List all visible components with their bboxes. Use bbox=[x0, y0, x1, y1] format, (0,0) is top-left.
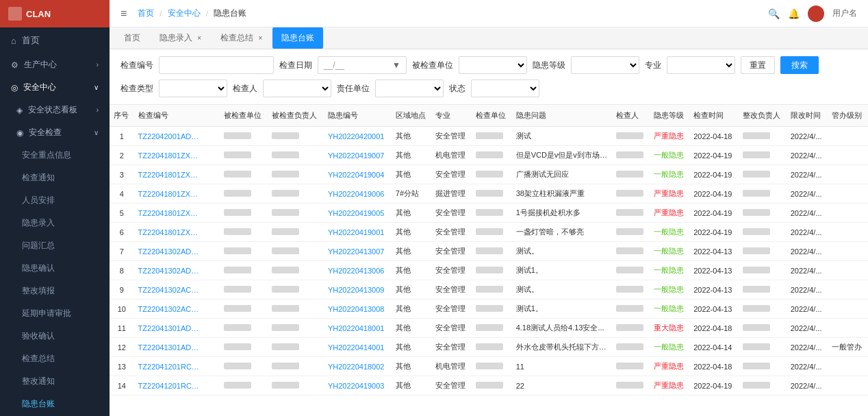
filter-row-2: 检查类型 检查人 责任单位 状态 bbox=[120, 79, 857, 97]
col-check-no: 检查编号 bbox=[134, 105, 220, 127]
cell-level: 严重隐患 bbox=[650, 127, 690, 146]
cell-hidden-no[interactable]: YH20220413007 bbox=[324, 242, 392, 261]
sidebar-item-check-summary[interactable]: 检查总结 bbox=[0, 347, 110, 370]
cell-check-no[interactable]: TZ22041801ZX bbox=[134, 223, 220, 242]
checker-select[interactable] bbox=[263, 79, 331, 97]
cell-check-no[interactable]: TZ22041201RC bbox=[134, 357, 220, 376]
breadcrumb-home[interactable]: 首页 bbox=[138, 8, 154, 19]
cell-checked-unit bbox=[220, 165, 268, 184]
cell-checked-unit bbox=[220, 146, 268, 165]
table-row: 2 TZ22041801ZX YH20220419007 其他 机电管理 但是V… bbox=[110, 146, 868, 165]
sidebar-item-rectify-notice[interactable]: 整改通知 bbox=[0, 370, 110, 393]
cell-check-no[interactable]: TZ22041302AD bbox=[134, 242, 220, 261]
sidebar-item-hidden-entry[interactable]: 隐患录入 bbox=[0, 212, 110, 234]
status-label: 状态 bbox=[449, 83, 465, 95]
cell-check-unit bbox=[472, 146, 512, 165]
sidebar-item-personnel[interactable]: 人员安排 bbox=[0, 189, 110, 212]
cell-no: 7 bbox=[110, 242, 134, 261]
cell-responsible-person bbox=[268, 165, 324, 184]
cell-level: 一般隐患 bbox=[650, 299, 690, 319]
sidebar-item-safety[interactable]: ◎ 安全中心 ∨ bbox=[0, 76, 110, 99]
cell-hidden-no[interactable]: YH20220414001 bbox=[324, 338, 392, 357]
cell-no: 12 bbox=[110, 338, 134, 357]
sidebar-item-rectify-report[interactable]: 整改填报 bbox=[0, 280, 110, 302]
cell-check-time: 2022-04-14 bbox=[689, 338, 738, 357]
cell-check-no[interactable]: TZ22041801ZX bbox=[134, 184, 220, 204]
cell-hidden-no[interactable]: YH20220419001 bbox=[324, 223, 392, 242]
cell-hidden-no[interactable]: YH20220419007 bbox=[324, 146, 392, 165]
hidden-level-select[interactable] bbox=[571, 56, 639, 74]
cell-responsible-person bbox=[268, 146, 324, 165]
cell-category bbox=[828, 204, 868, 223]
cell-no: 14 bbox=[110, 376, 134, 395]
sidebar-item-key-info[interactable]: 安全重点信息 bbox=[0, 144, 110, 167]
tab-close-check-summary[interactable]: × bbox=[259, 34, 263, 42]
cell-hidden-no[interactable]: YH20220419004 bbox=[324, 165, 392, 184]
date-placeholder: __/__ bbox=[324, 60, 392, 70]
cell-deadline: 2022/4/... bbox=[787, 146, 828, 165]
sidebar-item-issue-summary[interactable]: 问题汇总 bbox=[0, 234, 110, 257]
bell-icon[interactable]: 🔔 bbox=[788, 8, 800, 19]
sidebar-item-safety-check[interactable]: ◉ 安全检查 ∨ bbox=[0, 121, 110, 144]
tab-check-summary[interactable]: 检查总结 × bbox=[212, 27, 271, 49]
checked-unit-select[interactable] bbox=[459, 56, 527, 74]
table-row: 10 TZ22041302AC YH20220413008 其他 安全管理 测试… bbox=[110, 299, 868, 319]
cell-hidden-no[interactable]: YH20220418002 bbox=[324, 357, 392, 376]
check-no-input[interactable] bbox=[159, 56, 274, 74]
sidebar-item-safety-dashboard[interactable]: ◈ 安全状态看板 › bbox=[0, 99, 110, 121]
breadcrumb-safety[interactable]: 安全中心 bbox=[168, 8, 201, 19]
sidebar-item-production[interactable]: ⚙ 生产中心 › bbox=[0, 53, 110, 76]
search-icon[interactable]: 🔍 bbox=[768, 8, 780, 19]
tab-hidden-entry[interactable]: 隐患录入 × bbox=[151, 27, 210, 49]
reset-button[interactable]: 重置 bbox=[741, 56, 775, 74]
cell-check-no[interactable]: TZ22041302AC bbox=[134, 299, 220, 319]
search-button[interactable]: 搜索 bbox=[780, 56, 819, 74]
sidebar-item-home[interactable]: ⌂ 首页 bbox=[0, 27, 110, 53]
tab-hidden-ledger[interactable]: 隐患台账 bbox=[272, 27, 323, 49]
sidebar-item-accept-confirm[interactable]: 验收确认 bbox=[0, 325, 110, 347]
cell-check-no[interactable]: TZ22041801ZX bbox=[134, 165, 220, 184]
cell-check-no[interactable]: TZ22041801ZX bbox=[134, 204, 220, 223]
sidebar-item-hidden-ledger[interactable]: 隐患台账 bbox=[0, 393, 110, 415]
sidebar: CLAN ⌂ 首页 ⚙ 生产中心 › ◎ 安全中心 ∨ ◈ 安全状态看板 › ◉… bbox=[0, 0, 110, 416]
breadcrumb-sep1: / bbox=[159, 9, 162, 19]
sidebar-item-check-notice[interactable]: 检查通知 bbox=[0, 167, 110, 189]
cell-category: 一般管办 bbox=[828, 338, 868, 357]
cell-hidden-no[interactable]: YH20220420001 bbox=[324, 127, 392, 146]
cell-issue: 38架立柱积漏液严重 bbox=[512, 184, 613, 204]
cell-area: 其他 bbox=[392, 204, 432, 223]
cell-hidden-no[interactable]: YH20220413008 bbox=[324, 299, 392, 319]
cell-hidden-no[interactable]: YH20220418001 bbox=[324, 319, 392, 338]
check-date-display[interactable]: __/__ ▼ bbox=[318, 56, 407, 74]
cell-check-no[interactable]: TZ22041301AD bbox=[134, 338, 220, 357]
cell-hidden-no[interactable]: YH20220419003 bbox=[324, 376, 392, 395]
cell-check-no[interactable]: TZ22041801ZX bbox=[134, 146, 220, 165]
cell-hidden-no[interactable]: YH20220419005 bbox=[324, 204, 392, 223]
cell-no: 11 bbox=[110, 319, 134, 338]
check-type-select[interactable] bbox=[159, 79, 227, 97]
sidebar-item-extend-apply[interactable]: 延期申请审批 bbox=[0, 302, 110, 325]
cell-category bbox=[828, 127, 868, 146]
cell-hidden-no[interactable]: YH20220419006 bbox=[324, 184, 392, 204]
cell-hidden-no[interactable]: YH20220413009 bbox=[324, 280, 392, 299]
cell-check-no[interactable]: TZ22041201RC bbox=[134, 376, 220, 395]
cell-check-no[interactable]: TZ22041302AD bbox=[134, 261, 220, 280]
cell-checker bbox=[612, 319, 649, 338]
responsible-unit-select[interactable] bbox=[375, 79, 444, 97]
hamburger-icon[interactable]: ≡ bbox=[120, 8, 127, 20]
cell-check-no[interactable]: TZ22041301AD bbox=[134, 319, 220, 338]
cell-check-no[interactable]: TZ22042001AD bbox=[134, 127, 220, 146]
col-checked-unit: 被检查单位 bbox=[220, 105, 268, 127]
specialty-select[interactable] bbox=[667, 56, 735, 74]
cell-checked-unit bbox=[220, 184, 268, 204]
tab-close-hidden-entry[interactable]: × bbox=[197, 34, 201, 42]
cell-checked-unit bbox=[220, 223, 268, 242]
cell-specialty: 安全管理 bbox=[431, 376, 472, 395]
sidebar-item-hidden-confirm[interactable]: 隐患确认 bbox=[0, 257, 110, 280]
avatar[interactable] bbox=[808, 5, 824, 22]
tab-home[interactable]: 首页 bbox=[115, 27, 149, 49]
status-select[interactable] bbox=[471, 79, 539, 97]
cell-specialty: 安全管理 bbox=[431, 338, 472, 357]
cell-hidden-no[interactable]: YH20220413006 bbox=[324, 261, 392, 280]
cell-check-no[interactable]: TZ22041302AC bbox=[134, 280, 220, 299]
